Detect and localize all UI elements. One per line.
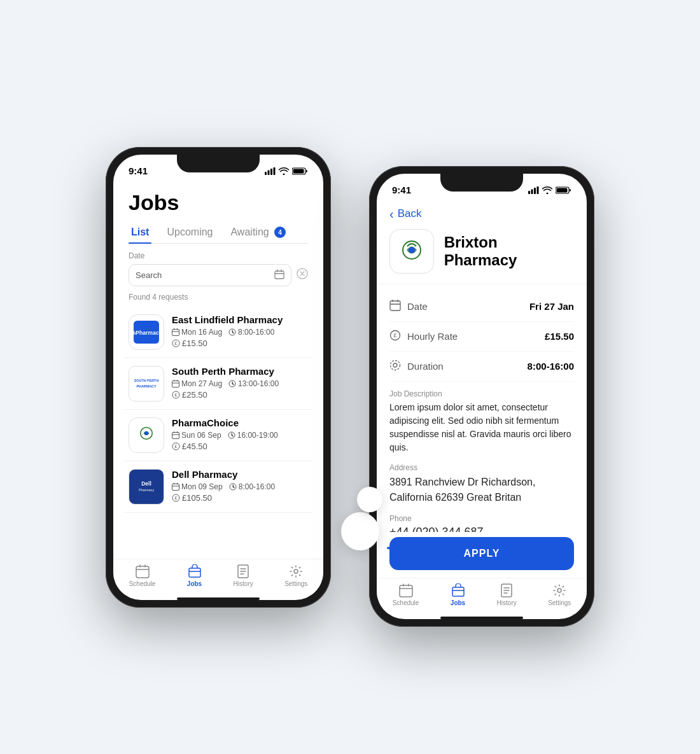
duration-field-icon <box>389 360 407 374</box>
date-label: Date <box>129 251 308 260</box>
filter-section: Date Search <box>113 244 323 290</box>
svg-rect-0 <box>265 172 267 175</box>
clear-button[interactable] <box>297 268 308 283</box>
settings-icon <box>289 564 303 578</box>
nav-history-1[interactable]: History <box>227 564 260 587</box>
svg-rect-44 <box>557 188 568 192</box>
calendar-search-icon <box>274 269 284 281</box>
svg-text:Dell: Dell <box>141 481 151 487</box>
tab-awaiting[interactable]: Awaiting 4 <box>228 221 288 244</box>
back-arrow-icon: ‹ <box>389 207 394 221</box>
job-item-4[interactable]: Dell Pharmacy Dell Pharmacy Mon 09 Sep <box>123 461 313 513</box>
pharmacy-name: Brixton Pharmacy <box>444 234 574 269</box>
date-field-label: Date <box>407 301 529 312</box>
nav-settings-2[interactable]: Settings <box>542 583 577 606</box>
signal-icon <box>265 167 276 175</box>
svg-text:£: £ <box>393 332 396 339</box>
job-info-2: South Perth Pharmacy Mon 27 Aug 13:00-16… <box>172 366 308 400</box>
bottom-nav-1: Schedule Jobs History Settings <box>113 559 323 595</box>
jobs-icon <box>188 564 202 578</box>
bottom-nav-2: Schedule Jobs History Settings <box>377 578 587 614</box>
svg-rect-39 <box>528 191 530 194</box>
job-logo-3 <box>129 417 164 453</box>
job-time-4: 8:00-16:00 <box>229 482 275 491</box>
job-item-3[interactable]: PharmaChoice Sun 06 Sep 16:00-19:00 <box>123 410 313 461</box>
decorative-pill-2 <box>357 487 382 512</box>
svg-rect-3 <box>274 167 276 175</box>
svg-rect-53 <box>400 585 412 597</box>
duration-field-value: 8:00-16:00 <box>528 361 574 372</box>
plus-icon: + <box>386 533 403 563</box>
phone-1: 9:41 <box>106 147 331 608</box>
svg-rect-2 <box>270 169 272 175</box>
job-logo-1: %Pharmacy <box>129 314 164 350</box>
svg-text:£: £ <box>175 341 178 346</box>
apply-button[interactable]: APPLY <box>389 537 574 570</box>
nav-settings-label-1: Settings <box>284 580 307 587</box>
nav-jobs-2[interactable]: Jobs <box>444 583 472 606</box>
decorative-pill-1 <box>341 512 379 550</box>
svg-rect-10 <box>172 330 179 336</box>
svg-rect-41 <box>534 188 536 194</box>
description-text: Lorem ipsum dolor sit amet, consectetur … <box>389 401 574 454</box>
tab-upcoming[interactable]: Upcoming <box>164 221 215 243</box>
job-rate-4: £ £105.50 <box>172 493 308 503</box>
svg-text:%Pharmacy: %Pharmacy <box>134 330 159 336</box>
tab-list[interactable]: List <box>129 221 151 243</box>
job-rate-2: £ £25.50 <box>172 390 308 400</box>
svg-point-38 <box>294 569 298 573</box>
job-time-3: 16:00-19:00 <box>228 431 278 440</box>
calendar-icon <box>136 564 150 578</box>
job-date-3: Sun 06 Sep <box>172 431 221 440</box>
nav-history-2[interactable]: History <box>491 583 523 606</box>
svg-text:£: £ <box>175 496 178 500</box>
job-list: %Pharmacy East Lindfield Pharmacy Mon 16… <box>113 307 323 558</box>
job-info-4: Dell Pharmacy Mon 09 Sep 8:00-16:00 <box>172 469 308 503</box>
nav-schedule-1[interactable]: Schedule <box>123 564 162 587</box>
job-meta-4: Mon 09 Sep 8:00-16:00 <box>172 482 308 491</box>
duration-field-label: Duration <box>407 361 528 372</box>
nav-settings-label-2: Settings <box>548 599 571 606</box>
back-row[interactable]: ‹ Back <box>377 202 587 229</box>
job-time-2: 13:00-16:00 <box>228 379 279 388</box>
battery-icon-2 <box>556 186 571 194</box>
nav-settings-1[interactable]: Settings <box>278 564 314 587</box>
nav-jobs-1[interactable]: Jobs <box>181 564 208 587</box>
job-rate-3: £ £45.50 <box>172 442 308 451</box>
job-info-1: East Lindfield Pharmacy Mon 16 Aug 8:00-… <box>172 314 308 348</box>
job-meta-3: Sun 06 Sep 16:00-19:00 <box>172 431 308 440</box>
tabs-row: List Upcoming Awaiting 4 <box>129 221 308 244</box>
job-item-1[interactable]: %Pharmacy East Lindfield Pharmacy Mon 16… <box>123 307 313 358</box>
svg-text:SOUTH PERTH: SOUTH PERTH <box>134 379 159 383</box>
nav-jobs-label-2: Jobs <box>451 599 465 606</box>
wifi-icon-2 <box>542 186 552 194</box>
job-item-2[interactable]: SOUTH PERTH PHARMACY South Perth Pharmac… <box>123 358 313 410</box>
job-name-2: South Perth Pharmacy <box>172 366 308 377</box>
home-indicator-2 <box>440 617 523 619</box>
nav-schedule-2[interactable]: Schedule <box>386 583 426 606</box>
svg-text:£: £ <box>175 393 178 397</box>
home-indicator-1 <box>177 597 260 600</box>
wifi-icon <box>279 167 289 175</box>
address-label: Address <box>389 463 574 472</box>
history-icon-2 <box>500 583 514 597</box>
svg-text:PHARMACY: PHARMACY <box>136 384 156 388</box>
svg-rect-17 <box>172 381 179 387</box>
svg-rect-54 <box>452 587 464 596</box>
svg-rect-48 <box>390 301 400 311</box>
notch-1 <box>177 155 260 172</box>
page-title: Jobs <box>129 190 308 215</box>
svg-rect-40 <box>531 189 533 194</box>
description-label: Job Description <box>389 389 574 398</box>
jobs-screen: Jobs List Upcoming Awaiting 4 <box>113 183 323 600</box>
settings-icon-2 <box>552 583 566 597</box>
job-name-4: Dell Pharmacy <box>172 469 308 480</box>
date-field-value: Fri 27 Jan <box>529 301 574 312</box>
svg-point-56 <box>557 589 561 592</box>
job-info-3: PharmaChoice Sun 06 Sep 16:00-19:00 <box>172 417 308 451</box>
job-rate-1: £ £15.50 <box>172 339 308 348</box>
date-search-box[interactable]: Search <box>129 264 291 286</box>
svg-rect-42 <box>537 186 539 194</box>
svg-point-47 <box>409 247 415 253</box>
job-name-3: PharmaChoice <box>172 417 308 428</box>
